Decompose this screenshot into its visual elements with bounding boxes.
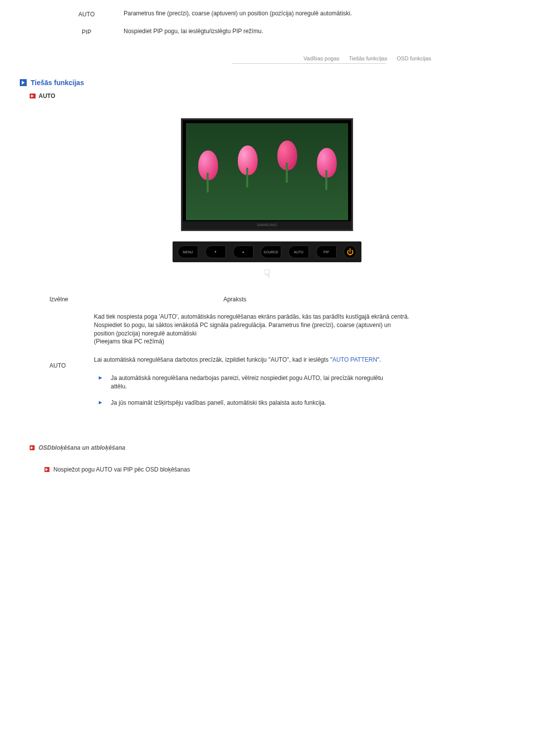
menu-button[interactable]: MENU <box>178 245 198 258</box>
bullet-list: ▸ Ja automātiskā noregulēšana nedarbojas… <box>94 374 410 407</box>
power-button[interactable]: ⏻ <box>344 245 356 258</box>
header-description: Apraksts <box>94 296 514 303</box>
chevron-right-icon: ▸ <box>99 399 111 407</box>
header-menu: Izvēlne <box>49 296 94 303</box>
tab-direct-functions[interactable]: Tiešās funkcijas <box>349 55 387 61</box>
tulip-image <box>310 141 344 190</box>
auto-paragraph-1: Kad tiek nospiesta poga 'AUTO', automāti… <box>94 313 410 346</box>
description-header: Izvēlne Apraksts <box>49 296 514 303</box>
auto-para2d: . <box>379 356 381 363</box>
auto-description-block: AUTO Kad tiek nospiesta poga 'AUTO', aut… <box>49 313 514 415</box>
arrow-icon <box>44 467 49 472</box>
tab-controls[interactable]: Vadības pogas <box>304 55 340 61</box>
hand-pointer-icon: ☟ <box>20 267 514 281</box>
arrow-icon <box>30 94 36 98</box>
arrow-icon <box>30 445 35 450</box>
section-heading: Tiešās funkcijas <box>20 79 514 87</box>
tulip-image <box>270 133 305 183</box>
tulip-image <box>230 138 265 188</box>
section-tabs: Vadības pogas Tiešās funkcijas OSD funkc… <box>20 55 514 64</box>
table-row: AUTO Parametrus fine (precīzi), coarse (… <box>49 10 514 18</box>
list-item: ▸ Ja automātiskā noregulēšana nedarbojas… <box>94 374 410 391</box>
monitor-frame: SAMSUNG <box>182 119 352 230</box>
auto-content: Kad tiek nospiesta poga 'AUTO', automāti… <box>94 313 410 415</box>
up-button[interactable]: ▴ <box>233 245 254 258</box>
subsection-heading: AUTO <box>30 93 514 99</box>
row-desc-auto: Parametrus fine (precīzi), coarse (aptuv… <box>124 10 400 18</box>
osd-sub-item: Nospiežot pogu AUTO vai PIP pēc OSD bloķ… <box>44 466 514 473</box>
row-label-auto: AUTO <box>49 10 124 18</box>
row-desc-pip: Nospiediet PIP pogu, lai ieslēgtu/izslēg… <box>124 28 400 36</box>
bullet-text-2: Ja jūs nomaināt izšķirtspēju vadības pan… <box>111 399 388 407</box>
auto-para1b-text: (Pieejams tikai PC režīmā) <box>94 338 164 345</box>
monitor-screen <box>186 123 348 220</box>
tulip-image <box>191 143 225 192</box>
pip-button[interactable]: PIP <box>316 245 337 258</box>
chevron-right-icon: ▸ <box>99 374 111 391</box>
list-item: ▸ Ja jūs nomaināt izšķirtspēju vadības p… <box>94 399 410 407</box>
auto-pattern-link[interactable]: AUTO PATTERN <box>332 356 377 363</box>
osd-prefix: OSD <box>39 444 51 451</box>
osd-heading: OSD bloķēšana un atbloķēšana <box>30 444 514 451</box>
osd-title-text: bloķēšana un atbloķēšana <box>51 444 125 451</box>
down-button[interactable]: ▾ <box>205 245 226 258</box>
section-heading-text: Tiešās funkcijas <box>31 79 84 87</box>
auto-label: AUTO <box>49 313 94 415</box>
play-icon <box>20 79 27 86</box>
auto-para1-text: Kad tiek nospiesta poga 'AUTO', automāti… <box>94 313 409 337</box>
auto-para2a: Lai automātiskā noregulēšana darbotos pr… <box>94 356 268 363</box>
auto-button[interactable]: AUTO <box>288 245 309 258</box>
table-row: PIP Nospiediet PIP pogu, lai ieslēgtu/iz… <box>49 28 514 36</box>
source-button[interactable]: SOURCE <box>261 245 281 258</box>
auto-paragraph-2: Lai automātiskā noregulēšana darbotos pr… <box>94 356 410 364</box>
monitor-button-panel: MENU ▾ ▴ SOURCE AUTO PIP ⏻ <box>173 241 361 262</box>
bullet-text-1: Ja automātiskā noregulēšana nedarbojas p… <box>111 374 388 391</box>
row-label-pip: PIP <box>49 28 124 36</box>
tab-osd-functions[interactable]: OSD funkcijas <box>397 55 431 61</box>
monitor-illustration: SAMSUNG MENU ▾ ▴ SOURCE AUTO PIP ⏻ ☟ <box>20 119 514 281</box>
auto-para2c: , kad ir ieslēgts <box>289 356 330 363</box>
osd-sub-text: Nospiežot pogu AUTO vai PIP pēc OSD bloķ… <box>53 466 190 473</box>
osd-section: OSD bloķēšana un atbloķēšana Nospiežot p… <box>20 444 514 473</box>
top-definition-table: AUTO Parametrus fine (precīzi), coarse (… <box>49 10 514 36</box>
monitor-brand-bar: SAMSUNG <box>183 221 351 229</box>
tabs-divider <box>232 63 386 64</box>
auto-para2b: AUTO <box>270 356 287 363</box>
subsection-heading-text: AUTO <box>39 93 55 99</box>
